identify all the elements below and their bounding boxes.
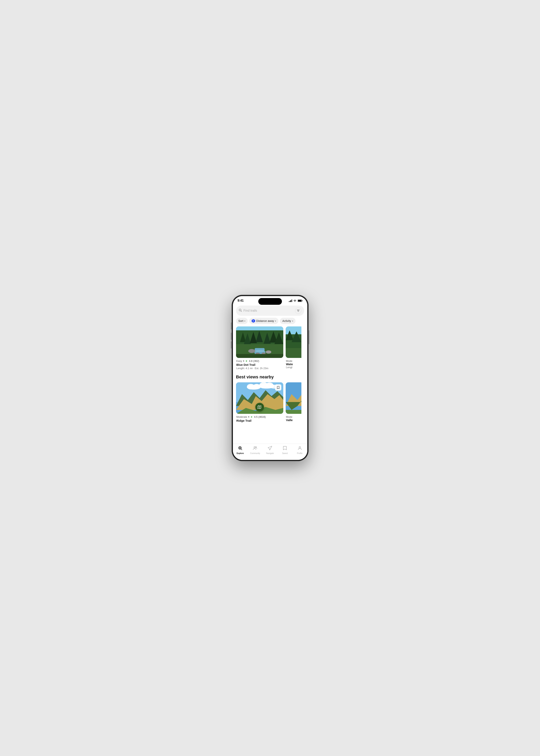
- second-trail-row: Moderate ★ 4.5 (4616) Ridge Trail: [233, 382, 307, 427]
- trail-rating: 4.8 (362): [249, 359, 259, 362]
- community-icon: [253, 446, 257, 451]
- search-area: Find trails: [233, 304, 307, 318]
- svg-rect-1: [298, 300, 301, 302]
- distance-hex-icon: ✦: [252, 319, 255, 323]
- filter-row: Sort ▾ ✦ Distance away ▾ Activity ▾: [233, 318, 307, 326]
- dynamic-island: [258, 298, 282, 305]
- ridge-separator: [248, 416, 249, 417]
- saved-label: Saved: [282, 452, 288, 454]
- distance-chevron-icon: ▾: [275, 320, 276, 322]
- partial-name-2: Valle: [286, 418, 301, 422]
- navigate-label: Navigate: [266, 452, 274, 454]
- difficulty-separator: [243, 360, 244, 361]
- first-trail-row: Easy ★ 4.8 (362) Blue Dot Trail Length: …: [233, 326, 307, 374]
- activity-label: Activity: [282, 319, 291, 322]
- bookmark-button[interactable]: [275, 384, 281, 391]
- trail-info-ridge: Moderate ★ 4.5 (4616) Ridge Trail: [236, 414, 283, 424]
- svg-line-4: [241, 311, 241, 312]
- sort-label: Sort: [238, 319, 243, 322]
- ridge-star-icon: ★: [250, 416, 253, 418]
- partial-difficulty-2: Mode: [286, 416, 301, 418]
- profile-label: Profile: [297, 452, 302, 454]
- search-input[interactable]: Find trails: [243, 309, 294, 313]
- nav-item-navigate[interactable]: Navigate: [263, 446, 278, 454]
- map-badge-button[interactable]: [255, 403, 264, 412]
- svg-rect-2: [302, 300, 302, 301]
- navigate-icon: [268, 446, 272, 451]
- trail-image-blue-dot: [236, 326, 283, 358]
- svg-point-22: [266, 350, 271, 354]
- partial-mountain-image: [286, 382, 301, 414]
- svg-point-21: [248, 349, 255, 353]
- svg-rect-31: [286, 348, 301, 358]
- status-bar: 9:41: [233, 296, 307, 304]
- trail-card-partial-1[interactable]: Mode Wate Lengt: [286, 326, 301, 370]
- ridge-rating: 4.5 (4616): [254, 416, 266, 418]
- sort-chevron-icon: ▾: [244, 320, 245, 322]
- svg-point-53: [255, 446, 256, 448]
- svg-point-50: [239, 447, 241, 449]
- star-icon: ★: [245, 359, 248, 362]
- partial-trail-image: [286, 326, 301, 358]
- activity-filter[interactable]: Activity ▾: [280, 318, 295, 324]
- svg-rect-25: [236, 354, 283, 358]
- community-label: Community: [250, 452, 260, 454]
- bottom-nav: Explore Community: [233, 443, 307, 460]
- trail-difficulty: Easy: [236, 359, 242, 362]
- partial-length: Lengt: [286, 366, 301, 369]
- distance-filter[interactable]: ✦ Distance away ▾: [249, 318, 278, 324]
- battery-icon: [298, 300, 303, 302]
- partial-difficulty: Mode: [286, 359, 301, 362]
- filter-button[interactable]: [295, 308, 301, 314]
- svg-line-51: [241, 449, 242, 450]
- trail-image-ridge: [236, 382, 283, 414]
- nav-item-explore[interactable]: Explore: [233, 446, 248, 454]
- status-time: 9:41: [238, 299, 244, 303]
- scroll-content: Easy ★ 4.8 (362) Blue Dot Trail Length: …: [233, 326, 307, 443]
- trail-card-partial-2[interactable]: Mode Valle: [286, 382, 301, 424]
- wifi-icon: [293, 300, 297, 302]
- sort-filter[interactable]: Sort ▾: [236, 318, 248, 324]
- partial-info-2: Mode Valle: [286, 414, 301, 423]
- ridge-trail-name: Ridge Trail: [236, 419, 283, 422]
- status-icons: [289, 300, 303, 302]
- phone-screen: 9:41: [233, 296, 307, 460]
- search-bar[interactable]: Find trails: [236, 306, 304, 316]
- explore-icon: [238, 446, 242, 451]
- trail-length: Length: 4.1 mi · Est. 2h 23m: [236, 367, 283, 370]
- distance-label: Distance away: [256, 319, 274, 322]
- svg-rect-47: [286, 410, 301, 414]
- nav-item-profile[interactable]: Profile: [292, 446, 307, 454]
- svg-point-52: [254, 447, 255, 448]
- search-icon: [239, 309, 242, 313]
- profile-icon: [298, 446, 302, 451]
- trail-card-ridge[interactable]: Moderate ★ 4.5 (4616) Ridge Trail: [236, 382, 283, 424]
- trail-card-blue-dot[interactable]: Easy ★ 4.8 (362) Blue Dot Trail Length: …: [236, 326, 283, 370]
- partial-info: Mode Wate Lengt: [286, 358, 301, 370]
- signal-icon: [289, 300, 292, 302]
- nav-item-community[interactable]: Community: [248, 446, 263, 454]
- trail-meta-blue-dot: Easy ★ 4.8 (362): [236, 359, 283, 362]
- trail-info-blue-dot: Easy ★ 4.8 (362) Blue Dot Trail Length: …: [236, 358, 283, 370]
- section-title: Best views nearby: [233, 374, 307, 382]
- activity-chevron-icon: ▾: [292, 320, 293, 322]
- phone-frame: 9:41: [232, 295, 309, 461]
- trail-meta-ridge: Moderate ★ 4.5 (4616): [236, 416, 283, 418]
- nav-item-saved[interactable]: Saved: [277, 446, 292, 454]
- explore-label: Explore: [237, 452, 244, 454]
- svg-point-54: [299, 446, 301, 448]
- trail-name: Blue Dot Trail: [236, 363, 283, 366]
- svg-point-26: [255, 350, 265, 352]
- saved-icon: [283, 446, 287, 451]
- ridge-difficulty: Moderate: [236, 416, 247, 418]
- partial-name: Wate: [286, 362, 301, 366]
